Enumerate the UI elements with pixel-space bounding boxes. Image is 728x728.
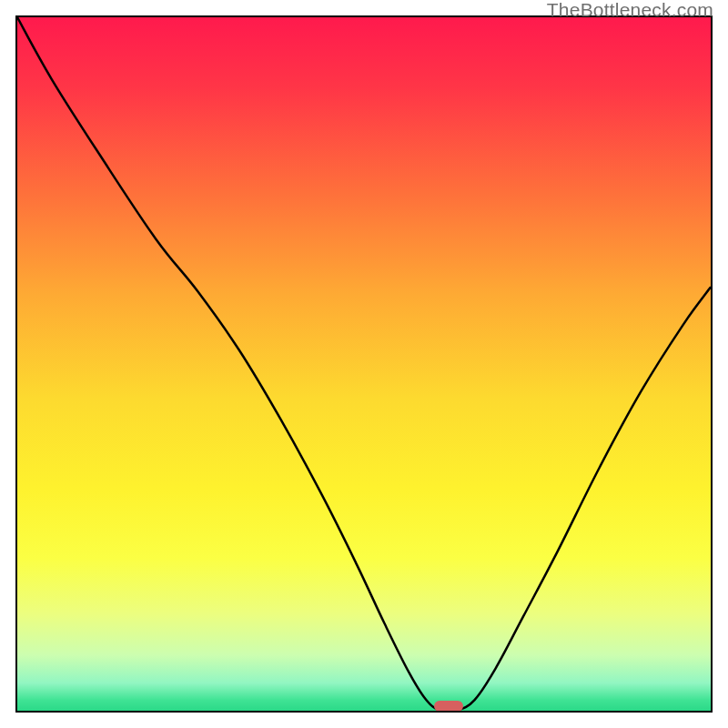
watermark-text: TheBottleneck.com <box>547 0 713 21</box>
bottleneck-curve <box>17 17 711 711</box>
chart-frame <box>15 15 713 713</box>
optimal-marker <box>434 701 463 711</box>
